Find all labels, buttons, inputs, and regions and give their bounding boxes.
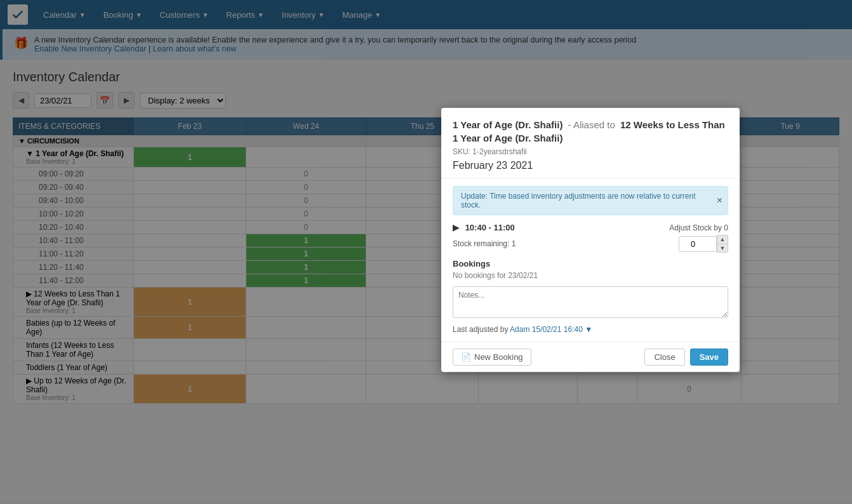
- modal-body: Update: Time based inventory adjustments…: [441, 178, 740, 342]
- bookings-section: Bookings No bookings for 23/02/21: [453, 259, 728, 280]
- alert-banner: Update: Time based inventory adjustments…: [453, 186, 728, 215]
- stock-remaining: Stock remaining: 1: [453, 239, 516, 248]
- modal-title: 1 Year of Age (Dr. Shafii) - Aliased to …: [453, 118, 728, 145]
- adjust-stock-input[interactable]: [679, 236, 717, 252]
- bookings-title: Bookings: [453, 259, 728, 269]
- modal-footer-right: Close Save: [644, 348, 728, 366]
- adjust-spinners: ▲ ▼: [717, 235, 728, 253]
- modal-item-name: 1 Year of Age (Dr. Shafii): [453, 119, 562, 130]
- save-button[interactable]: Save: [690, 348, 728, 366]
- time-row-label: ▶ 10:40 - 11:00 Adjust Stock by 0: [453, 223, 728, 232]
- spin-down-button[interactable]: ▼: [717, 244, 728, 253]
- modal-footer: 📄 New Booking Close Save: [441, 342, 740, 372]
- inventory-modal: 1 Year of Age (Dr. Shafii) - Aliased to …: [441, 108, 740, 372]
- time-details: Stock remaining: 1 ▲ ▼: [453, 235, 728, 253]
- modal-date: February 23 2021: [453, 160, 728, 171]
- time-icon: ▶: [453, 223, 459, 232]
- last-adjusted: Last adjusted by Adam 15/02/21 16:40 ▼: [453, 325, 728, 334]
- spin-up-button[interactable]: ▲: [717, 235, 728, 244]
- close-button[interactable]: Close: [644, 348, 684, 366]
- no-bookings-text: No bookings for 23/02/21: [453, 271, 728, 280]
- alert-text: Update: Time based inventory adjustments…: [461, 192, 696, 209]
- alert-close-button[interactable]: ×: [717, 196, 722, 206]
- modal-sku: SKU: 1-2yearsdrshafii: [453, 147, 728, 156]
- time-label: ▶ 10:40 - 11:00: [453, 223, 515, 232]
- document-icon: 📄: [461, 352, 471, 362]
- modal-header: 1 Year of Age (Dr. Shafii) - Aliased to …: [441, 108, 740, 178]
- new-booking-button[interactable]: 📄 New Booking: [453, 348, 531, 366]
- adjust-stock-label: Adjust Stock by 0: [669, 223, 728, 232]
- adjust-input-wrap: ▲ ▼: [679, 235, 728, 253]
- dropdown-icon: ▼: [585, 325, 592, 334]
- time-section: ▶ 10:40 - 11:00 Adjust Stock by 0 Stock …: [453, 223, 728, 253]
- notes-textarea[interactable]: [453, 286, 728, 318]
- last-adjusted-link[interactable]: Adam 15/02/21 16:40: [510, 325, 583, 334]
